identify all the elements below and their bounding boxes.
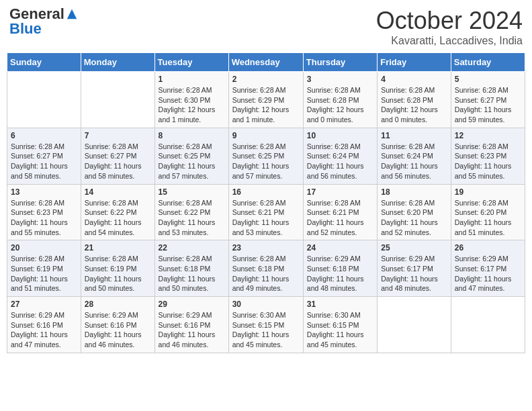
- day-number: 5: [455, 75, 521, 84]
- calendar-cell: 27Sunrise: 6:29 AMSunset: 6:16 PMDayligh…: [7, 297, 81, 353]
- calendar-cell: 5Sunrise: 6:28 AMSunset: 6:27 PMDaylight…: [451, 72, 525, 128]
- day-info: Sunrise: 6:28 AMSunset: 6:29 PMDaylight:…: [232, 85, 300, 125]
- day-number: 17: [307, 187, 373, 197]
- day-number: 18: [381, 187, 447, 197]
- day-number: 9: [232, 131, 300, 140]
- calendar-cell: 7Sunrise: 6:28 AMSunset: 6:27 PMDaylight…: [81, 128, 154, 184]
- day-info: Sunrise: 6:29 AMSunset: 6:16 PMDaylight:…: [159, 310, 225, 350]
- weekday-header-friday: Friday: [378, 53, 451, 72]
- calendar-cell: 19Sunrise: 6:28 AMSunset: 6:20 PMDayligh…: [451, 184, 525, 240]
- weekday-header-saturday: Saturday: [451, 53, 525, 72]
- calendar-cell: 29Sunrise: 6:29 AMSunset: 6:16 PMDayligh…: [154, 297, 228, 353]
- day-number: 23: [232, 243, 300, 253]
- day-number: 19: [455, 187, 521, 197]
- calendar-cell: [451, 297, 525, 353]
- day-info: Sunrise: 6:28 AMSunset: 6:18 PMDaylight:…: [232, 254, 300, 293]
- day-number: 2: [232, 75, 300, 84]
- calendar-cell: [378, 297, 451, 353]
- day-number: 22: [159, 243, 225, 253]
- day-number: 31: [307, 300, 373, 309]
- calendar-cell: 8Sunrise: 6:28 AMSunset: 6:25 PMDaylight…: [154, 128, 228, 184]
- calendar-cell: 16Sunrise: 6:28 AMSunset: 6:21 PMDayligh…: [228, 184, 303, 240]
- calendar-cell: 2Sunrise: 6:28 AMSunset: 6:29 PMDaylight…: [228, 72, 303, 128]
- day-info: Sunrise: 6:28 AMSunset: 6:28 PMDaylight:…: [381, 85, 447, 125]
- day-number: 25: [381, 243, 447, 253]
- day-number: 20: [11, 243, 77, 253]
- weekday-header-sunday: Sunday: [7, 53, 81, 72]
- day-info: Sunrise: 6:29 AMSunset: 6:17 PMDaylight:…: [455, 254, 521, 293]
- calendar-cell: [81, 72, 154, 128]
- day-info: Sunrise: 6:28 AMSunset: 6:21 PMDaylight:…: [307, 198, 373, 238]
- day-number: 4: [381, 75, 447, 84]
- calendar-cell: 25Sunrise: 6:29 AMSunset: 6:17 PMDayligh…: [378, 240, 451, 297]
- day-number: 26: [455, 243, 521, 253]
- page-header: General Blue October 2024 Kavaratti, Lac…: [7, 7, 525, 47]
- day-info: Sunrise: 6:28 AMSunset: 6:25 PMDaylight:…: [232, 142, 300, 181]
- day-info: Sunrise: 6:28 AMSunset: 6:27 PMDaylight:…: [11, 142, 77, 181]
- day-info: Sunrise: 6:28 AMSunset: 6:22 PMDaylight:…: [159, 198, 225, 238]
- day-number: 6: [11, 131, 77, 140]
- day-number: 11: [381, 131, 447, 140]
- logo-general: General: [9, 7, 64, 21]
- calendar-week-3: 13Sunrise: 6:28 AMSunset: 6:23 PMDayligh…: [7, 184, 525, 240]
- calendar-cell: 1Sunrise: 6:28 AMSunset: 6:30 PMDaylight…: [154, 72, 228, 128]
- calendar-cell: 17Sunrise: 6:28 AMSunset: 6:21 PMDayligh…: [303, 184, 377, 240]
- day-info: Sunrise: 6:28 AMSunset: 6:25 PMDaylight:…: [159, 142, 225, 181]
- day-info: Sunrise: 6:28 AMSunset: 6:24 PMDaylight:…: [381, 142, 447, 181]
- calendar-cell: 26Sunrise: 6:29 AMSunset: 6:17 PMDayligh…: [451, 240, 525, 297]
- weekday-header-row: SundayMondayTuesdayWednesdayThursdayFrid…: [7, 53, 525, 72]
- day-number: 27: [11, 300, 77, 309]
- day-info: Sunrise: 6:28 AMSunset: 6:19 PMDaylight:…: [85, 254, 151, 293]
- day-info: Sunrise: 6:30 AMSunset: 6:15 PMDaylight:…: [307, 310, 373, 350]
- logo-blue: Blue: [9, 21, 42, 36]
- calendar-week-1: 1Sunrise: 6:28 AMSunset: 6:30 PMDaylight…: [7, 72, 525, 128]
- day-number: 28: [85, 300, 151, 309]
- day-number: 15: [159, 187, 225, 197]
- calendar-cell: 15Sunrise: 6:28 AMSunset: 6:22 PMDayligh…: [154, 184, 228, 240]
- weekday-header-wednesday: Wednesday: [228, 53, 303, 72]
- day-info: Sunrise: 6:28 AMSunset: 6:20 PMDaylight:…: [455, 198, 521, 238]
- day-number: 10: [307, 131, 373, 140]
- logo-icon: [66, 8, 78, 20]
- day-info: Sunrise: 6:28 AMSunset: 6:18 PMDaylight:…: [159, 254, 225, 293]
- weekday-header-thursday: Thursday: [303, 53, 377, 72]
- day-info: Sunrise: 6:29 AMSunset: 6:16 PMDaylight:…: [11, 310, 77, 350]
- day-number: 3: [307, 75, 373, 84]
- calendar-cell: 14Sunrise: 6:28 AMSunset: 6:22 PMDayligh…: [81, 184, 154, 240]
- calendar-cell: 24Sunrise: 6:29 AMSunset: 6:18 PMDayligh…: [303, 240, 377, 297]
- calendar-cell: 31Sunrise: 6:30 AMSunset: 6:15 PMDayligh…: [303, 297, 377, 353]
- day-info: Sunrise: 6:28 AMSunset: 6:20 PMDaylight:…: [381, 198, 447, 238]
- day-info: Sunrise: 6:28 AMSunset: 6:28 PMDaylight:…: [307, 85, 373, 125]
- title-block: October 2024 Kavaratti, Laccadives, Indi…: [376, 7, 523, 47]
- day-number: 29: [159, 300, 225, 309]
- weekday-header-tuesday: Tuesday: [154, 53, 228, 72]
- calendar-cell: 18Sunrise: 6:28 AMSunset: 6:20 PMDayligh…: [378, 184, 451, 240]
- day-number: 21: [85, 243, 151, 253]
- calendar-cell: 21Sunrise: 6:28 AMSunset: 6:19 PMDayligh…: [81, 240, 154, 297]
- weekday-header-monday: Monday: [81, 53, 154, 72]
- logo: General Blue: [9, 7, 78, 36]
- day-info: Sunrise: 6:28 AMSunset: 6:30 PMDaylight:…: [159, 85, 225, 125]
- calendar-week-5: 27Sunrise: 6:29 AMSunset: 6:16 PMDayligh…: [7, 297, 525, 353]
- day-number: 14: [85, 187, 151, 197]
- calendar-cell: 28Sunrise: 6:29 AMSunset: 6:16 PMDayligh…: [81, 297, 154, 353]
- day-info: Sunrise: 6:28 AMSunset: 6:19 PMDaylight:…: [11, 254, 77, 293]
- main-title: October 2024: [376, 7, 523, 35]
- calendar-cell: 12Sunrise: 6:28 AMSunset: 6:23 PMDayligh…: [451, 128, 525, 184]
- day-info: Sunrise: 6:28 AMSunset: 6:22 PMDaylight:…: [85, 198, 151, 238]
- day-info: Sunrise: 6:29 AMSunset: 6:18 PMDaylight:…: [307, 254, 373, 293]
- day-info: Sunrise: 6:28 AMSunset: 6:21 PMDaylight:…: [232, 198, 300, 238]
- calendar-cell: 10Sunrise: 6:28 AMSunset: 6:24 PMDayligh…: [303, 128, 377, 184]
- day-number: 24: [307, 243, 373, 253]
- calendar-cell: 20Sunrise: 6:28 AMSunset: 6:19 PMDayligh…: [7, 240, 81, 297]
- calendar-cell: 23Sunrise: 6:28 AMSunset: 6:18 PMDayligh…: [228, 240, 303, 297]
- calendar-cell: 22Sunrise: 6:28 AMSunset: 6:18 PMDayligh…: [154, 240, 228, 297]
- calendar-cell: 30Sunrise: 6:30 AMSunset: 6:15 PMDayligh…: [228, 297, 303, 353]
- day-number: 1: [159, 75, 225, 84]
- calendar-cell: 3Sunrise: 6:28 AMSunset: 6:28 PMDaylight…: [303, 72, 377, 128]
- calendar-cell: [7, 72, 81, 128]
- day-number: 16: [232, 187, 300, 197]
- calendar-cell: 4Sunrise: 6:28 AMSunset: 6:28 PMDaylight…: [378, 72, 451, 128]
- day-info: Sunrise: 6:30 AMSunset: 6:15 PMDaylight:…: [232, 310, 300, 350]
- day-info: Sunrise: 6:28 AMSunset: 6:23 PMDaylight:…: [455, 142, 521, 181]
